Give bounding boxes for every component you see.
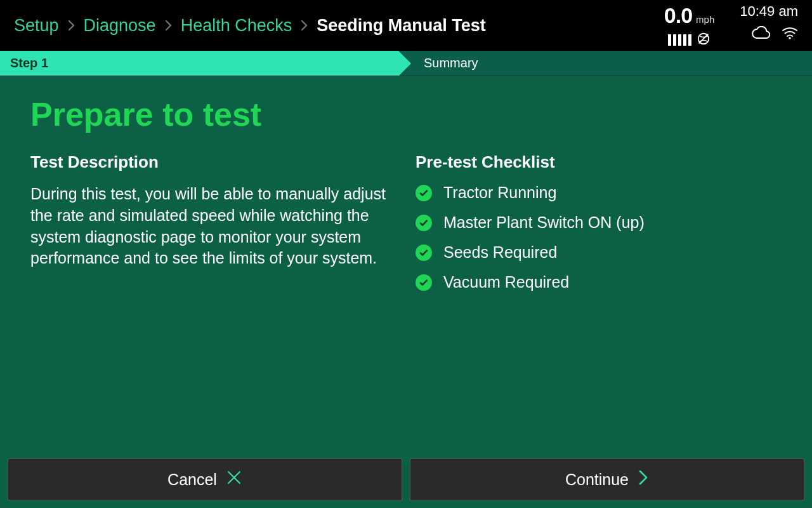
- cancel-button[interactable]: Cancel: [8, 458, 402, 500]
- cloud-icon: [751, 26, 770, 43]
- svg-line-1: [699, 34, 709, 43]
- checklist-item: Seeds Required: [416, 243, 782, 262]
- wifi-icon: [782, 27, 798, 42]
- checklist-item: Tractor Running: [416, 184, 782, 202]
- tab-step-1[interactable]: Step 1: [0, 51, 398, 76]
- tab-summary[interactable]: Summary: [398, 51, 812, 76]
- checklist-item-label: Vacuum Required: [443, 273, 569, 291]
- crumb-current: Seeding Manual Test: [317, 16, 486, 36]
- continue-button-label: Continue: [565, 471, 629, 489]
- chevron-right-icon: [165, 16, 172, 36]
- checklist-item: Master Plant Switch ON (up): [416, 213, 782, 232]
- check-icon: [416, 185, 432, 201]
- checklist-column: Pre-test Checklist Tractor Running Maste…: [416, 152, 782, 291]
- chevron-right-icon: [638, 469, 649, 490]
- check-icon: [416, 274, 432, 291]
- footer-buttons: Cancel Continue: [0, 451, 812, 508]
- tab-summary-label: Summary: [424, 56, 478, 70]
- status-area: 0.0 mph 10:49 am: [664, 3, 798, 48]
- description-column: Test Description During this test, you w…: [30, 152, 396, 291]
- check-icon: [416, 244, 432, 261]
- speed-indicator: 0.0 mph: [664, 3, 714, 48]
- crumb-health-checks[interactable]: Health Checks: [181, 16, 292, 36]
- continue-button[interactable]: Continue: [410, 458, 804, 500]
- checklist-item-label: Tractor Running: [443, 184, 556, 202]
- main-panel: Prepare to test Test Description During …: [0, 76, 812, 451]
- crumb-setup[interactable]: Setup: [14, 16, 59, 36]
- checklist: Tractor Running Master Plant Switch ON (…: [416, 184, 782, 291]
- check-icon: [416, 215, 432, 231]
- close-icon: [226, 469, 242, 490]
- chevron-right-icon: [301, 16, 308, 36]
- clock: 10:49 am: [740, 3, 798, 20]
- satellite-off-icon: [697, 32, 710, 48]
- checklist-item: Vacuum Required: [416, 273, 782, 291]
- breadcrumb: Setup Diagnose Health Checks Seeding Man…: [14, 16, 486, 36]
- step-tabs: Step 1 Summary: [0, 51, 812, 76]
- checklist-item-label: Master Plant Switch ON (up): [443, 213, 645, 232]
- tab-step-1-label: Step 1: [10, 56, 48, 70]
- cancel-button-label: Cancel: [167, 471, 217, 489]
- description-heading: Test Description: [30, 152, 396, 172]
- checklist-item-label: Seeds Required: [443, 243, 557, 262]
- checklist-heading: Pre-test Checklist: [416, 152, 782, 172]
- svg-point-2: [789, 37, 791, 39]
- chevron-right-icon: [68, 16, 75, 36]
- speed-value: 0.0: [664, 3, 692, 28]
- crumb-diagnose[interactable]: Diagnose: [84, 16, 156, 36]
- signal-bars-icon: [668, 34, 691, 46]
- speed-unit: mph: [696, 14, 714, 25]
- top-bar: Setup Diagnose Health Checks Seeding Man…: [0, 0, 812, 51]
- description-body: During this test, you will be able to ma…: [30, 184, 396, 269]
- page-title: Prepare to test: [30, 95, 782, 133]
